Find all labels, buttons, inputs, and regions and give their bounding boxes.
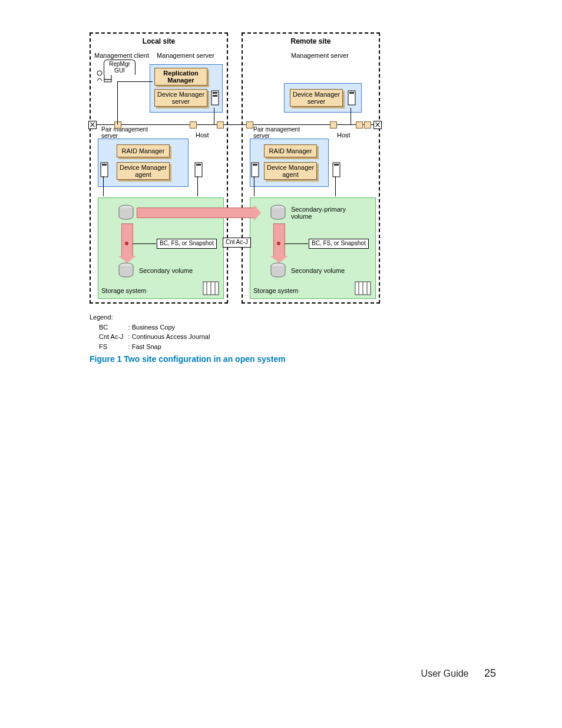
down-arrow-icon: [121, 223, 133, 256]
dot-icon: [125, 242, 128, 245]
network-x-icon: [88, 121, 97, 129]
raid-manager-box-remote: RAID Manager: [264, 144, 317, 157]
server-icon: [251, 162, 259, 177]
mgmt-server-label-remote: Management server: [291, 52, 349, 59]
svg-rect-4: [213, 92, 217, 94]
svg-rect-21: [334, 164, 339, 166]
footer-label: User Guide: [421, 668, 469, 678]
copy-types-label-remote: BC, FS, or Snapshot: [309, 239, 369, 249]
svg-rect-19: [253, 164, 257, 166]
svg-rect-7: [102, 164, 107, 166]
device-manager-server-box-remote: Device Manager server: [290, 89, 343, 107]
page-footer: User Guide 25: [421, 667, 496, 680]
network-node-icon: [114, 121, 121, 129]
local-site-title: Local site: [91, 37, 227, 45]
remote-site-title: Remote site: [243, 37, 379, 45]
volume-icon: [118, 205, 134, 222]
dot-icon: [277, 242, 280, 245]
network-node-icon: [190, 121, 197, 129]
local-site-box: Local site Management client Management …: [90, 32, 228, 304]
device-manager-agent-box-remote: Device Manager agent: [264, 162, 317, 180]
repmgr-gui-tab: RepMgr GUI: [104, 60, 135, 75]
figure-caption: Figure 1 Two site configuration in an op…: [90, 354, 286, 364]
mgmt-client-label: Management client: [94, 52, 149, 59]
pair-mgmt-label-local: Pair management server: [101, 127, 148, 139]
volume-icon: [118, 262, 134, 280]
legend-block: Legend: BC: Business Copy Cnt Ac-J: Cont…: [90, 312, 214, 351]
server-icon: [332, 162, 340, 177]
svg-rect-17: [349, 92, 354, 94]
down-arrow-icon: [273, 223, 285, 256]
host-label-remote: Host: [337, 131, 351, 139]
secondary-volume-label-local: Secondary volume: [139, 267, 193, 274]
server-icon: [348, 90, 356, 106]
legend-row: Cnt Ac-J: Continuous Access Journal: [99, 332, 214, 342]
host-label-local: Host: [196, 131, 209, 139]
device-manager-server-box-local: Device Manager server: [154, 89, 207, 107]
storage-array-icon: [355, 281, 371, 295]
figure-diagram: Local site Management client Management …: [90, 32, 380, 304]
page-number: 25: [484, 667, 496, 679]
network-node-icon: [330, 121, 337, 129]
volume-icon: [270, 262, 286, 280]
network-node-icon: [364, 121, 371, 129]
svg-point-0: [97, 71, 102, 75]
legend-row: FS: Fast Snap: [99, 342, 214, 352]
sec-primary-volume-label: Secondary-primary volume: [291, 206, 346, 220]
raid-manager-box-local: RAID Manager: [117, 144, 170, 157]
mgmt-server-label-local: Management server: [157, 52, 214, 59]
device-manager-agent-box-local: Device Manager agent: [117, 162, 170, 180]
svg-rect-2: [104, 80, 111, 82]
svg-rect-5: [213, 95, 217, 97]
network-node-icon: [356, 121, 363, 129]
legend-title: Legend:: [90, 312, 214, 322]
copy-types-label-local: BC, FS, or Snapshot: [157, 239, 217, 249]
cnt-ac-j-label: Cnt Ac-J: [223, 238, 251, 248]
svg-rect-9: [196, 164, 201, 166]
remote-site-box: Remote site Management server Device Man…: [242, 32, 380, 304]
network-node-icon: [246, 121, 253, 129]
right-arrow-icon: [137, 207, 254, 218]
volume-icon: [270, 205, 286, 222]
network-node-icon: [217, 121, 224, 129]
storage-array-icon: [203, 281, 219, 295]
storage-system-label-local: Storage system: [101, 287, 146, 294]
replication-manager-box: Replication Manager: [154, 68, 207, 85]
legend-row: BC: Business Copy: [99, 322, 214, 332]
secondary-volume-label-remote: Secondary volume: [291, 267, 345, 274]
server-icon: [211, 90, 219, 106]
network-x-icon: [373, 121, 382, 129]
storage-system-label-remote: Storage system: [253, 287, 298, 294]
pair-mgmt-label-remote: Pair management server: [253, 127, 300, 139]
server-icon: [100, 162, 108, 177]
server-icon: [194, 162, 203, 177]
